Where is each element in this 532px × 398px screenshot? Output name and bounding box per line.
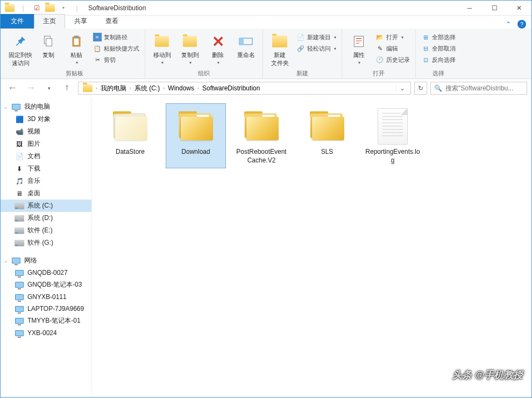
group-label-new: 新建 bbox=[296, 68, 308, 79]
nav-item[interactable]: 📄文档 bbox=[1, 150, 91, 162]
nav-drive[interactable]: 软件 (G:) bbox=[1, 237, 91, 249]
chevron-right-icon[interactable]: › bbox=[95, 86, 98, 91]
copy-button[interactable]: 复制 bbox=[35, 32, 62, 60]
nav-host[interactable]: TMYYB-笔记本-01 bbox=[1, 315, 91, 327]
chevron-right-icon[interactable]: › bbox=[129, 86, 132, 91]
breadcrumb[interactable]: › 我的电脑 › 系统 (C:) › Windows › SoftwareDis… bbox=[78, 82, 411, 95]
ribbon: 固定到快 速访问 复制 粘贴▾ w.复制路径 📋粘贴快捷方式 ✂剪切 剪贴板 移… bbox=[1, 29, 531, 79]
help-icon[interactable]: ? bbox=[517, 20, 526, 29]
nav-drive[interactable]: 系统 (C:) bbox=[1, 200, 91, 212]
breadcrumb-item[interactable]: Windows bbox=[166, 84, 196, 92]
easy-access-icon: 🔗 bbox=[296, 44, 305, 53]
copy-to-button[interactable]: 复制到▾ bbox=[176, 32, 203, 66]
nav-my-computer[interactable]: ⌄我的电脑 bbox=[1, 101, 91, 113]
path-icon: w. bbox=[93, 33, 102, 41]
chevron-right-icon[interactable]: › bbox=[162, 86, 166, 91]
nav-host[interactable]: LAPTOP-7J9A9669 bbox=[1, 303, 91, 315]
copy-path-button[interactable]: w.复制路径 bbox=[91, 32, 141, 42]
paste-shortcut-button[interactable]: 📋粘贴快捷方式 bbox=[91, 43, 141, 54]
maximize-button[interactable]: ☐ bbox=[482, 1, 507, 16]
nav-item[interactable]: 🟦3D 对象 bbox=[1, 113, 91, 125]
breadcrumb-item[interactable]: SoftwareDistribution bbox=[200, 84, 262, 92]
qat-dropdown-icon[interactable]: ▾ bbox=[58, 2, 69, 14]
new-item-button[interactable]: 📄新建项目▾ bbox=[294, 32, 338, 42]
svg-rect-3 bbox=[74, 39, 79, 45]
svg-rect-6 bbox=[239, 38, 244, 45]
new-item-icon: 📄 bbox=[296, 33, 305, 41]
expand-icon[interactable]: ⌄ bbox=[4, 104, 8, 110]
edit-button[interactable]: ✎编辑 bbox=[373, 43, 412, 54]
title-bar: | ☑ ▾ | SoftwareDistribution ─ ☐ ✕ bbox=[1, 1, 531, 16]
nav-drive[interactable]: 系统 (D:) bbox=[1, 212, 91, 224]
checkbox-icon[interactable]: ☑ bbox=[31, 2, 42, 14]
nav-item[interactable]: ⬇下载 bbox=[1, 162, 91, 175]
properties-button[interactable]: 属性▾ bbox=[345, 32, 372, 66]
nav-drive[interactable]: 软件 (E:) bbox=[1, 224, 91, 237]
cut-button[interactable]: ✂剪切 bbox=[91, 54, 141, 65]
file-icon bbox=[371, 107, 414, 146]
search-box[interactable]: 🔍 bbox=[430, 82, 527, 95]
nav-item[interactable]: 🎵音乐 bbox=[1, 175, 91, 187]
search-input[interactable] bbox=[445, 84, 526, 92]
breadcrumb-item[interactable]: 系统 (C:) bbox=[132, 84, 162, 93]
paste-icon bbox=[68, 33, 85, 50]
navigation-pane[interactable]: ⌄我的电脑 🟦3D 对象📹视频🖼图片📄文档⬇下载🎵音乐🖥桌面 系统 (C:)系统… bbox=[1, 97, 92, 396]
tab-home[interactable]: 主页 bbox=[34, 14, 65, 29]
move-icon bbox=[153, 33, 171, 50]
folder-item[interactable]: SLS bbox=[297, 104, 357, 168]
file-name: PostRebootEventCache.V2 bbox=[234, 148, 289, 165]
history-icon: 🕐 bbox=[375, 55, 384, 64]
nav-host[interactable]: GNQDB-0027 bbox=[1, 267, 91, 279]
collapse-ribbon-icon[interactable]: ⌃ bbox=[506, 20, 511, 28]
search-icon: 🔍 bbox=[434, 84, 442, 92]
refresh-button[interactable]: ↻ bbox=[414, 82, 427, 95]
nav-network[interactable]: ⌄网络 bbox=[1, 254, 91, 267]
file-list[interactable]: DataStoreDownloadPostRebootEventCache.V2… bbox=[92, 97, 531, 396]
minimize-button[interactable]: ─ bbox=[457, 1, 482, 16]
nav-host[interactable]: GNYXB-0111 bbox=[1, 291, 91, 303]
history-button[interactable]: 🕐历史记录 bbox=[373, 54, 412, 65]
delete-icon: ✕ bbox=[209, 33, 226, 50]
expand-icon[interactable]: ⌄ bbox=[4, 258, 8, 264]
forward-button[interactable]: 🡒 bbox=[23, 81, 38, 95]
nav-host[interactable]: GNQDB-笔记本-03 bbox=[1, 279, 91, 291]
nav-item[interactable]: 📹视频 bbox=[1, 125, 91, 138]
move-to-button[interactable]: 移动到▾ bbox=[148, 32, 175, 66]
nav-item[interactable]: 🖥桌面 bbox=[1, 187, 91, 200]
folder-item[interactable]: DataStore bbox=[101, 104, 160, 168]
rename-button[interactable]: 重命名 bbox=[232, 32, 259, 60]
quick-access-toolbar: | ☑ ▾ | bbox=[1, 2, 83, 14]
pin-to-quick-access-button[interactable]: 固定到快 速访问 bbox=[7, 32, 34, 68]
chevron-right-icon[interactable]: › bbox=[196, 86, 200, 91]
qat-divider: | bbox=[71, 2, 83, 14]
easy-access-button[interactable]: 🔗轻松访问▾ bbox=[294, 43, 338, 54]
nav-host[interactable]: YXB-0024 bbox=[1, 327, 91, 339]
nav-item[interactable]: 🖼图片 bbox=[1, 138, 91, 150]
open-button[interactable]: 📂打开▾ bbox=[373, 32, 412, 42]
tab-view[interactable]: 查看 bbox=[96, 14, 127, 29]
file-item[interactable]: ReportingEvents.log bbox=[363, 104, 422, 168]
recent-dropdown-icon[interactable]: ▾ bbox=[41, 81, 56, 95]
tab-file[interactable]: 文件 bbox=[1, 14, 34, 29]
computer-icon bbox=[15, 304, 24, 313]
select-none-icon: ⊟ bbox=[421, 44, 430, 53]
new-folder-button[interactable]: 新建 文件夹 bbox=[266, 32, 293, 68]
folder-icon[interactable] bbox=[44, 2, 56, 14]
folder-icon: 🟦 bbox=[15, 115, 24, 124]
close-button[interactable]: ✕ bbox=[507, 1, 531, 16]
select-all-button[interactable]: ⊞全部选择 bbox=[419, 32, 458, 42]
address-dropdown-icon[interactable]: ⌄ bbox=[396, 84, 408, 92]
up-button[interactable]: 🡑 bbox=[60, 81, 75, 95]
folder-item[interactable]: Download bbox=[166, 104, 225, 168]
breadcrumb-item[interactable]: 我的电脑 bbox=[98, 84, 129, 93]
folder-icon[interactable] bbox=[4, 2, 16, 14]
paste-button[interactable]: 粘贴▾ bbox=[63, 32, 90, 66]
delete-button[interactable]: ✕ 删除▾ bbox=[204, 32, 231, 66]
folder-item[interactable]: PostRebootEventCache.V2 bbox=[232, 104, 291, 168]
select-all-icon: ⊞ bbox=[421, 33, 430, 41]
back-button[interactable]: 🡐 bbox=[5, 81, 20, 95]
computer-icon bbox=[15, 268, 24, 277]
select-none-button[interactable]: ⊟全部取消 bbox=[419, 43, 458, 54]
invert-selection-button[interactable]: ⊡反向选择 bbox=[419, 54, 458, 65]
tab-share[interactable]: 共享 bbox=[65, 14, 96, 29]
